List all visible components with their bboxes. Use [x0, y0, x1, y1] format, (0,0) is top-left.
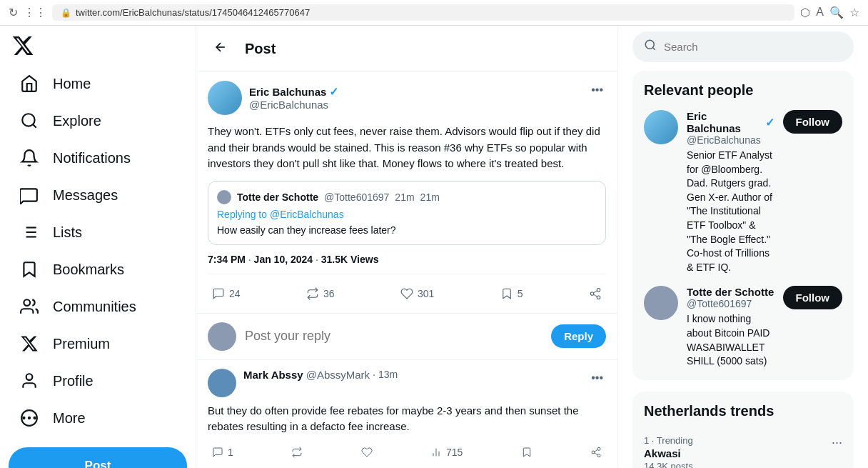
reply-author-info-0: Mark Abssy @AbssyMark · 13m [243, 369, 398, 381]
sidebar-item-notifications[interactable]: Notifications [9, 140, 187, 176]
nav-dots[interactable]: ⋮⋮ [24, 6, 46, 19]
trend-more-0[interactable]: ··· [832, 435, 842, 450]
sidebar-item-lists[interactable]: Lists [9, 214, 187, 250]
profile-icon [20, 372, 39, 390]
reply-tweet-0: Mark Abssy @AbssyMark · 13m ••• But they… [196, 360, 617, 469]
extension-icon[interactable]: ⬡ [800, 6, 810, 19]
search-icon [644, 39, 657, 55]
translate-icon[interactable]: A [816, 6, 824, 19]
tweet-author: Eric Balchunas ✓ @EricBalchunas [208, 81, 338, 115]
quoted-time-value: 21m [420, 191, 440, 203]
more-icon [20, 409, 39, 427]
sidebar-item-explore-label: Explore [53, 113, 101, 129]
person-handle-0: @EricBalchunas [687, 134, 774, 146]
reply-action[interactable]: 24 [208, 283, 245, 304]
browser-controls: ↻ ⋮⋮ [9, 6, 46, 19]
refresh-icon[interactable]: ↻ [9, 6, 18, 19]
trend-name-0: Akwasi [644, 447, 693, 459]
relevant-people-section: Relevant people Eric Balchunas ✓ @EricBa… [632, 71, 854, 380]
reply-more-0[interactable]: ••• [588, 369, 606, 387]
reply-like-0[interactable] [357, 442, 377, 462]
svg-line-26 [595, 453, 598, 455]
verified-badge: ✓ [329, 85, 338, 99]
reply-tweet-top-0: Mark Abssy @AbssyMark · 13m ••• [208, 369, 606, 397]
tweet-text: They won't. ETFs only cut fees, never ra… [208, 124, 606, 172]
reply-reply-0[interactable]: 1 [208, 442, 238, 462]
zoom-icon[interactable]: 🔍 [829, 6, 844, 19]
person-info-1: Totte der Schotte @Totte601697 I know no… [687, 286, 774, 368]
search-wrap[interactable] [632, 31, 854, 62]
svg-point-17 [597, 296, 600, 299]
reply-share-0[interactable] [586, 442, 606, 462]
person-avatar-0 [644, 110, 678, 144]
quoted-time: 21m [395, 191, 414, 203]
svg-line-27 [595, 449, 598, 452]
relevant-person-1: Totte der Schotte @Totte601697 I know no… [644, 286, 842, 368]
sidebar-item-more[interactable]: More [9, 400, 187, 436]
browser-chrome: ↻ ⋮⋮ 🔒 twitter.com/EricBalchunas/status/… [0, 0, 868, 26]
person-bio-0: Senior ETF Analyst for @Bloomberg. Dad. … [687, 149, 774, 274]
sidebar: Home Explore Notifications [0, 26, 196, 468]
reply-time-val-0: 13m [378, 369, 398, 380]
follow-button-1[interactable]: Follow [783, 286, 843, 309]
sidebar-item-explore[interactable]: Explore [9, 103, 187, 139]
lists-icon [20, 223, 39, 242]
lock-icon: 🔒 [61, 8, 71, 18]
svg-point-25 [597, 454, 600, 457]
trends-title: Netherlands trends [644, 403, 842, 419]
trend-item-0[interactable]: 1 · Trending Akwasi 14.3K posts ··· [644, 428, 842, 468]
sidebar-item-messages[interactable]: Messages [9, 177, 187, 213]
tweet-author-name: Eric Balchunas ✓ [249, 85, 338, 99]
bookmark-action[interactable]: 5 [496, 283, 528, 304]
sidebar-logo[interactable] [9, 26, 187, 63]
sidebar-item-home[interactable]: Home [9, 66, 187, 101]
reply-button[interactable]: Reply [551, 324, 606, 348]
like-action[interactable]: 301 [396, 283, 438, 304]
main-content: Post Eric Balchunas ✓ @EricBalchunas ••• [196, 26, 618, 468]
relevant-person-0: Eric Balchunas ✓ @EricBalchunas Senior E… [644, 110, 842, 274]
premium-x-icon [20, 334, 39, 353]
reply-views-0[interactable]: 715 [426, 442, 467, 462]
svg-line-19 [593, 290, 597, 292]
tweet-more-button[interactable]: ••• [588, 81, 606, 99]
quoted-text: How easily can they increase fees later? [217, 224, 597, 236]
post-header-title: Post [245, 41, 276, 57]
sidebar-item-lists-label: Lists [53, 224, 82, 241]
retweet-action[interactable]: 36 [302, 283, 339, 304]
quoted-name: Totte der Schotte [237, 191, 318, 203]
svg-point-16 [590, 292, 594, 295]
url-bar: 🔒 twitter.com/EricBalchunas/status/17450… [52, 4, 794, 21]
trend-count-0: 14.3K posts [644, 461, 693, 468]
bookmark-star-icon[interactable]: ☆ [849, 6, 859, 19]
reply-input[interactable] [245, 329, 542, 344]
tweet-meta: 7:34 PM · Jan 10, 2024 · 31.5K Views [208, 254, 606, 265]
quoted-tweet[interactable]: Totte der Schotte @Totte601697 21m 21m R… [208, 181, 606, 245]
person-avatar-1 [644, 286, 678, 320]
follow-button-0[interactable]: Follow [783, 110, 843, 134]
svg-point-0 [22, 114, 34, 126]
search-box [632, 26, 854, 71]
sidebar-item-profile-label: Profile [53, 373, 94, 389]
share-action[interactable] [585, 283, 606, 304]
svg-line-1 [33, 124, 36, 128]
quoted-avatar [217, 190, 231, 204]
person-handle-1: @Totte601697 [687, 298, 774, 309]
sidebar-item-bookmarks[interactable]: Bookmarks [9, 252, 187, 287]
sidebar-item-profile[interactable]: Profile [9, 363, 187, 399]
reply-user-avatar [208, 322, 236, 351]
sidebar-item-premium[interactable]: Premium [9, 326, 187, 362]
tweet-top: Eric Balchunas ✓ @EricBalchunas ••• [208, 81, 606, 115]
bookmarks-icon [20, 260, 39, 279]
tweet-author-info: Eric Balchunas ✓ @EricBalchunas [249, 85, 338, 111]
back-button[interactable] [208, 34, 233, 63]
reply-bookmark-0[interactable] [517, 442, 537, 462]
post-button[interactable]: Post [9, 447, 187, 468]
svg-point-8 [24, 299, 30, 306]
sidebar-nav: Home Explore Notifications [9, 66, 187, 436]
sidebar-item-premium-label: Premium [53, 336, 110, 352]
reply-retweet-0[interactable] [287, 442, 307, 462]
search-input[interactable] [664, 41, 842, 53]
tweet-actions: 24 36 301 [208, 274, 606, 304]
quoted-handle: @Totte601697 [324, 191, 389, 203]
sidebar-item-communities[interactable]: Communities [9, 289, 187, 324]
